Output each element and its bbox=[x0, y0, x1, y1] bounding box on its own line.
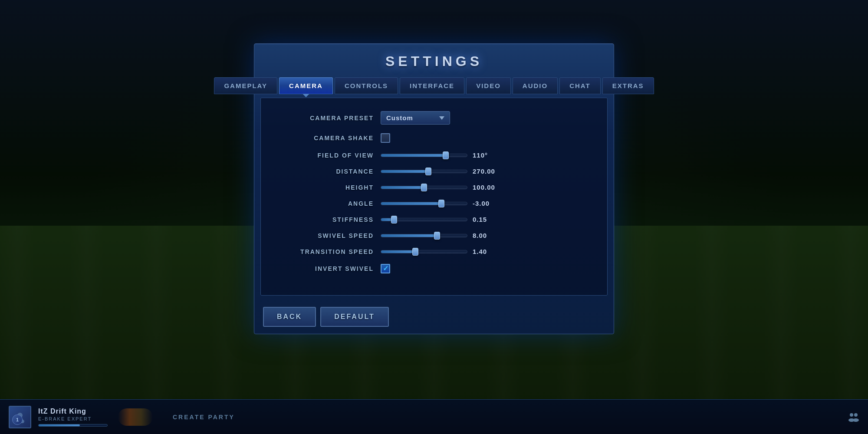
transition-speed-slider-container: 1.40 bbox=[381, 248, 496, 255]
fov-slider-container: 110° bbox=[381, 151, 496, 159]
fov-value: 110° bbox=[473, 151, 496, 159]
distance-value: 270.00 bbox=[473, 168, 496, 175]
setting-row-camera-shake: CAMERA SHAKE bbox=[278, 133, 590, 143]
height-slider-thumb[interactable] bbox=[421, 184, 427, 191]
camera-preset-label: CAMERA PRESET bbox=[278, 115, 374, 122]
setting-row-transition-speed: TRANSITION SPEED 1.40 bbox=[278, 248, 590, 255]
xp-bar-container bbox=[38, 424, 108, 427]
setting-row-fov: FIELD OF VIEW 110° bbox=[278, 151, 590, 159]
tab-gameplay[interactable]: GAMEPLAY bbox=[214, 77, 277, 94]
invert-swivel-checkbox[interactable]: ✓ bbox=[381, 264, 390, 273]
swivel-speed-slider-track[interactable] bbox=[381, 234, 467, 237]
swivel-speed-label: SWIVEL SPEED bbox=[278, 232, 374, 239]
checkmark-icon: ✓ bbox=[383, 265, 388, 272]
fov-slider-fill bbox=[381, 154, 446, 157]
fov-slider-track[interactable] bbox=[381, 154, 467, 157]
svg-point-3 bbox=[854, 413, 858, 417]
setting-row-stiffness: STIFFNESS 0.15 bbox=[278, 216, 590, 223]
tab-camera[interactable]: CAMERA bbox=[279, 77, 333, 94]
distance-slider-fill bbox=[381, 170, 428, 173]
settings-content: CAMERA PRESET Custom CAMERA SHAKE FIELD … bbox=[260, 98, 608, 296]
height-slider-container: 100.00 bbox=[381, 184, 496, 191]
xp-bar-fill bbox=[39, 424, 80, 426]
swivel-speed-slider-container: 8.00 bbox=[381, 232, 496, 239]
create-party-button[interactable]: CREATE PARTY bbox=[173, 414, 235, 421]
angle-slider-fill bbox=[381, 202, 441, 205]
swivel-speed-value: 8.00 bbox=[473, 232, 496, 239]
dropdown-arrow-icon bbox=[439, 116, 444, 120]
svg-point-2 bbox=[850, 413, 853, 417]
camera-preset-dropdown[interactable]: Custom bbox=[381, 111, 450, 125]
player-name: ItZ Drift King bbox=[38, 408, 108, 415]
invert-swivel-label: INVERT SWIVEL bbox=[278, 265, 374, 272]
stiffness-value: 0.15 bbox=[473, 216, 496, 223]
distance-label: DISTANCE bbox=[278, 168, 374, 175]
setting-row-distance: DISTANCE 270.00 bbox=[278, 168, 590, 175]
player-info-block: ItZ Drift King E-BRAKE EXPERT bbox=[38, 408, 108, 427]
setting-row-invert-swivel: INVERT SWIVEL ✓ bbox=[278, 264, 590, 273]
tab-audio[interactable]: AUDIO bbox=[513, 77, 558, 94]
transition-speed-slider-fill bbox=[381, 250, 415, 253]
tab-controls[interactable]: CONTROLS bbox=[335, 77, 398, 94]
angle-slider-thumb[interactable] bbox=[438, 200, 444, 207]
swivel-speed-slider-thumb[interactable] bbox=[434, 232, 440, 240]
player-avatar-container: 1 bbox=[9, 406, 31, 428]
flame-decoration bbox=[118, 408, 153, 426]
player-info: ItZ Drift King E-BRAKE EXPERT bbox=[38, 408, 108, 427]
player-title: E-BRAKE EXPERT bbox=[38, 416, 108, 421]
transition-speed-slider-track[interactable] bbox=[381, 250, 467, 253]
friends-svg bbox=[847, 411, 859, 423]
tab-chat[interactable]: CHAT bbox=[559, 77, 601, 94]
angle-slider-container: -3.00 bbox=[381, 200, 496, 207]
default-button[interactable]: DEFAULT bbox=[320, 307, 389, 327]
settings-dialog: SETTINGS GAMEPLAY CAMERA CONTROLS INTERF… bbox=[254, 43, 614, 334]
camera-shake-checkbox[interactable] bbox=[381, 133, 390, 143]
stiffness-slider-thumb[interactable] bbox=[391, 216, 397, 224]
dialog-footer: BACK DEFAULT bbox=[254, 302, 614, 334]
height-slider-track[interactable] bbox=[381, 186, 467, 189]
level-badge: 1 bbox=[12, 414, 23, 425]
setting-row-angle: ANGLE -3.00 bbox=[278, 200, 590, 207]
fov-slider-thumb[interactable] bbox=[443, 151, 449, 159]
settings-tabs: GAMEPLAY CAMERA CONTROLS INTERFACE VIDEO… bbox=[254, 77, 614, 94]
setting-row-swivel-speed: SWIVEL SPEED 8.00 bbox=[278, 232, 590, 239]
transition-speed-value: 1.40 bbox=[473, 248, 496, 255]
back-button[interactable]: BACK bbox=[263, 307, 316, 327]
angle-slider-track[interactable] bbox=[381, 202, 467, 205]
height-value: 100.00 bbox=[473, 184, 496, 191]
distance-slider-thumb[interactable] bbox=[425, 168, 431, 175]
height-label: HEIGHT bbox=[278, 184, 374, 191]
camera-preset-value: Custom bbox=[386, 114, 436, 122]
swivel-speed-slider-fill bbox=[381, 234, 437, 237]
tab-extras[interactable]: EXTRAS bbox=[602, 77, 654, 94]
distance-slider-track[interactable] bbox=[381, 170, 467, 173]
angle-label: ANGLE bbox=[278, 200, 374, 207]
angle-value: -3.00 bbox=[473, 200, 496, 207]
stiffness-slider-container: 0.15 bbox=[381, 216, 496, 223]
fov-label: FIELD OF VIEW bbox=[278, 152, 374, 159]
setting-row-camera-preset: CAMERA PRESET Custom bbox=[278, 111, 590, 125]
height-slider-fill bbox=[381, 186, 424, 189]
tab-video[interactable]: VIDEO bbox=[466, 77, 511, 94]
transition-speed-slider-thumb[interactable] bbox=[412, 248, 418, 256]
stiffness-label: STIFFNESS bbox=[278, 216, 374, 223]
svg-point-5 bbox=[853, 418, 859, 422]
setting-row-height: HEIGHT 100.00 bbox=[278, 184, 590, 191]
camera-shake-label: CAMERA SHAKE bbox=[278, 135, 374, 141]
transition-speed-label: TRANSITION SPEED bbox=[278, 248, 374, 255]
stiffness-slider-track[interactable] bbox=[381, 218, 467, 221]
bottom-bar: 1 ItZ Drift King E-BRAKE EXPERT CREATE P… bbox=[0, 399, 868, 434]
friends-icon[interactable] bbox=[847, 411, 859, 425]
distance-slider-container: 270.00 bbox=[381, 168, 496, 175]
dialog-title: SETTINGS bbox=[254, 44, 614, 77]
tab-interface[interactable]: INTERFACE bbox=[400, 77, 464, 94]
